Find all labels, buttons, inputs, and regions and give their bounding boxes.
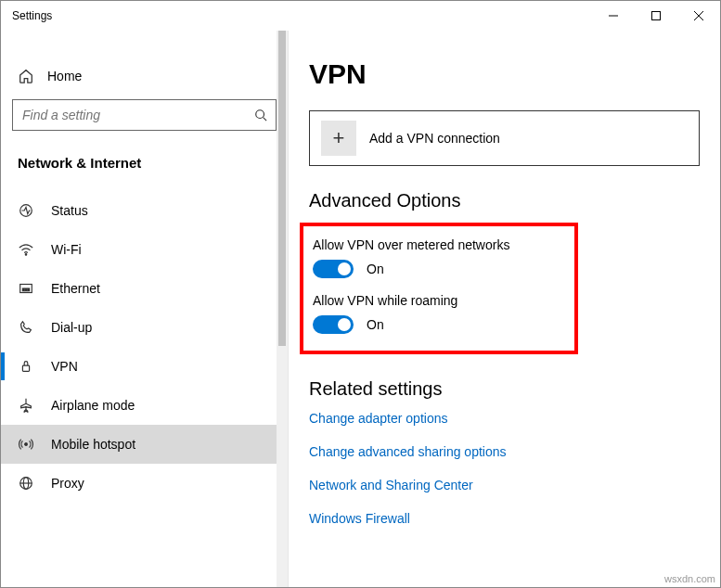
- svg-rect-11: [28, 288, 30, 291]
- toggle-roaming[interactable]: [313, 315, 354, 334]
- sidebar-item-label: Wi-Fi: [51, 242, 82, 257]
- sidebar-item-label: Proxy: [51, 476, 84, 491]
- link-windows-firewall[interactable]: Windows Firewall: [309, 511, 700, 526]
- link-adapter-options[interactable]: Change adapter options: [309, 411, 700, 426]
- dialup-icon: [18, 319, 34, 336]
- toggle-label-metered: Allow VPN over metered networks: [313, 237, 565, 252]
- search-input[interactable]: [12, 99, 277, 131]
- sidebar-item-status[interactable]: Status: [1, 191, 288, 230]
- link-network-sharing-center[interactable]: Network and Sharing Center: [309, 478, 700, 492]
- sidebar-item-airplane[interactable]: Airplane mode: [1, 386, 288, 425]
- titlebar: Settings: [1, 1, 720, 31]
- sidebar-item-label: VPN: [51, 359, 78, 374]
- search-icon: [254, 109, 267, 121]
- highlight-box: Allow VPN over metered networks On Allow…: [300, 223, 578, 354]
- plus-icon: +: [321, 121, 356, 156]
- svg-point-13: [25, 443, 28, 446]
- maximize-button[interactable]: [635, 1, 677, 31]
- wifi-icon: [18, 241, 34, 258]
- sidebar-item-label: Ethernet: [51, 281, 100, 296]
- category-header: Network & Internet: [1, 138, 288, 180]
- proxy-icon: [18, 475, 34, 492]
- link-advanced-sharing[interactable]: Change advanced sharing options: [309, 444, 700, 459]
- sidebar-item-dialup[interactable]: Dial-up: [1, 308, 288, 347]
- close-button[interactable]: [677, 1, 720, 31]
- svg-rect-1: [652, 12, 661, 20]
- window-title: Settings: [12, 9, 52, 22]
- sidebar-item-proxy[interactable]: Proxy: [1, 464, 288, 503]
- add-vpn-button[interactable]: + Add a VPN connection: [309, 110, 700, 166]
- airplane-icon: [18, 397, 34, 414]
- toggle-metered[interactable]: [313, 260, 354, 278]
- related-settings-header: Related settings: [309, 378, 700, 400]
- main-content: VPN + Add a VPN connection Advanced Opti…: [289, 31, 720, 587]
- sidebar: Home Network & Internet Status: [1, 31, 289, 587]
- advanced-options-header: Advanced Options: [309, 190, 700, 211]
- watermark: wsxdn.com: [664, 573, 715, 584]
- sidebar-scrollbar[interactable]: [277, 31, 288, 587]
- sidebar-item-hotspot[interactable]: Mobile hotspot: [1, 425, 288, 464]
- sidebar-item-label: Mobile hotspot: [51, 437, 135, 452]
- toggle-label-roaming: Allow VPN while roaming: [313, 293, 565, 308]
- toggle-state: On: [367, 317, 384, 332]
- sidebar-item-label: Dial-up: [51, 320, 92, 335]
- sidebar-item-wifi[interactable]: Wi-Fi: [1, 230, 288, 269]
- vpn-icon: [18, 358, 34, 375]
- add-vpn-label: Add a VPN connection: [369, 131, 500, 146]
- svg-rect-10: [25, 288, 27, 291]
- sidebar-nav: Status Wi-Fi Ethernet: [1, 191, 288, 503]
- svg-rect-9: [22, 288, 24, 291]
- hotspot-icon: [18, 436, 34, 453]
- ethernet-icon: [18, 280, 34, 297]
- toggle-state: On: [367, 262, 384, 276]
- scrollbar-thumb[interactable]: [278, 31, 286, 346]
- svg-point-7: [25, 254, 26, 255]
- sidebar-item-vpn[interactable]: VPN: [1, 347, 288, 386]
- svg-line-5: [264, 118, 267, 121]
- sidebar-item-label: Airplane mode: [51, 398, 135, 413]
- home-icon: [18, 68, 34, 84]
- sidebar-item-ethernet[interactable]: Ethernet: [1, 269, 288, 308]
- minimize-button[interactable]: [592, 1, 635, 31]
- page-title: VPN: [309, 58, 700, 90]
- status-icon: [18, 202, 34, 219]
- home-label: Home: [47, 69, 82, 83]
- home-button[interactable]: Home: [1, 57, 288, 96]
- svg-point-4: [256, 110, 264, 119]
- sidebar-item-label: Status: [51, 203, 88, 218]
- svg-rect-12: [22, 365, 29, 371]
